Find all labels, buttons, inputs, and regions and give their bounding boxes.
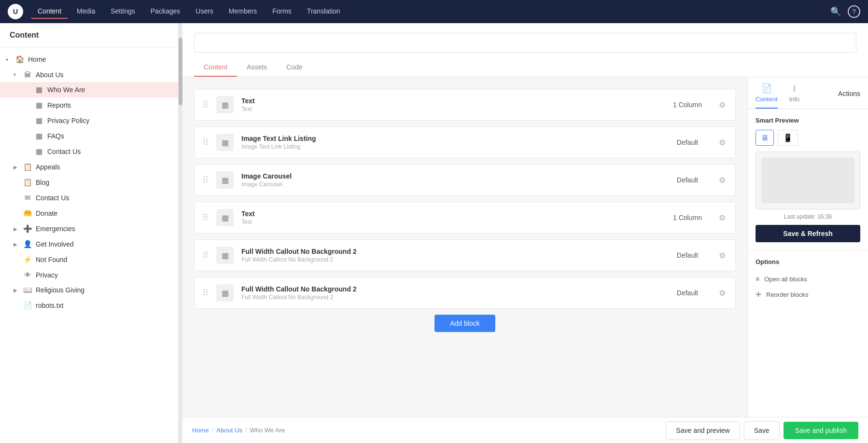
logo[interactable]: U xyxy=(8,4,23,19)
nav-item-forms[interactable]: Forms xyxy=(266,4,298,19)
drag-handle-block-3[interactable]: ⠿ xyxy=(202,175,209,185)
block-layout-block-6: Default xyxy=(666,289,709,297)
sidebar-item-donate[interactable]: 🤲Donate xyxy=(0,206,178,221)
tab-info[interactable]: i Info xyxy=(789,83,800,109)
preview-inner xyxy=(761,158,855,203)
block-icon-block-5: ▦ xyxy=(216,247,234,264)
help-icon[interactable]: ? xyxy=(848,5,860,18)
breadcrumb-home[interactable]: Home xyxy=(192,427,209,434)
drag-handle-block-5[interactable]: ⠿ xyxy=(202,250,209,261)
block-gear-block-6[interactable]: ⚙ xyxy=(717,287,728,300)
nav-item-media[interactable]: Media xyxy=(70,4,102,19)
save-preview-button[interactable]: Save and preview xyxy=(666,421,740,440)
desktop-device-btn[interactable]: 🖥 xyxy=(756,130,774,146)
drag-handle-block-1[interactable]: ⠿ xyxy=(202,99,209,110)
save-button[interactable]: Save xyxy=(744,421,780,440)
icon-donate: 🤲 xyxy=(23,209,32,218)
sidebar-tree: ▾🏠Home▾🏛About Us▦Who We Are▦Reports▦Priv… xyxy=(0,48,178,443)
block-subname-block-1: Text xyxy=(241,106,658,112)
page-title-input[interactable]: Who We Are xyxy=(194,33,856,53)
block-info-block-6[interactable]: Full Width Callout No Background 2Full W… xyxy=(241,285,658,301)
tab-code[interactable]: Code xyxy=(277,58,312,77)
block-name-block-3: Image Carousel xyxy=(241,172,658,180)
block-gear-block-5[interactable]: ⚙ xyxy=(717,249,728,262)
option-reorder-blocks[interactable]: ✛Reorder blocks xyxy=(756,287,860,302)
label-privacy: Privacy xyxy=(36,271,170,279)
block-layout-block-1: 1 Column xyxy=(666,101,709,109)
sidebar-item-faqs[interactable]: ▦FAQs xyxy=(0,128,178,144)
options-section: Options ≡Open all blocks✛Reorder blocks xyxy=(748,250,868,310)
block-layout-block-4: 1 Column xyxy=(666,214,709,222)
block-info-block-3[interactable]: Image CarouselImage Carousel xyxy=(241,172,658,188)
nav-item-content[interactable]: Content xyxy=(31,4,68,19)
block-info-block-2[interactable]: Image Text Link ListingImage Text Link L… xyxy=(241,135,658,150)
breadcrumb-about-us[interactable]: About Us xyxy=(216,427,242,434)
arrow-religious-giving: ▶ xyxy=(14,288,19,293)
sidebar-item-contact-us[interactable]: ✉Contact Us xyxy=(0,190,178,206)
right-panel: 📄 Content i Info Actions Smart Preview 🖥… xyxy=(747,77,868,417)
drag-handle-block-4[interactable]: ⠿ xyxy=(202,212,209,223)
preview-box xyxy=(756,152,860,209)
block-info-block-1[interactable]: TextText xyxy=(241,97,658,112)
block-gear-block-3[interactable]: ⚙ xyxy=(717,174,728,187)
actions-button[interactable]: Actions xyxy=(838,90,860,102)
sidebar-item-who-we-are[interactable]: ▦Who We Are xyxy=(0,82,178,97)
options-label: Options xyxy=(756,258,860,265)
block-icon-block-2: ▦ xyxy=(216,134,234,151)
nav-item-settings[interactable]: Settings xyxy=(104,4,142,19)
sidebar-item-religious-giving[interactable]: ▶📖Religious Giving xyxy=(0,282,178,298)
icon-privacy-policy: ▦ xyxy=(35,116,43,125)
icon-appeals: 📋 xyxy=(23,163,32,171)
label-contact-us: Contact Us xyxy=(36,194,170,202)
block-gear-block-1[interactable]: ⚙ xyxy=(717,98,728,111)
sidebar-item-reports[interactable]: ▦Reports xyxy=(0,97,178,113)
tab-content[interactable]: 📄 Content xyxy=(756,83,778,109)
sidebar-item-appeals[interactable]: ▶📋Appeals xyxy=(0,159,178,175)
nav-item-packages[interactable]: Packages xyxy=(144,4,187,19)
search-icon[interactable]: 🔍 xyxy=(826,3,846,20)
block-name-block-5: Full Width Callout No Background 2 xyxy=(241,248,658,255)
block-layout-block-2: Default xyxy=(666,138,709,146)
drag-handle-block-2[interactable]: ⠿ xyxy=(202,137,209,148)
mobile-device-btn[interactable]: 📱 xyxy=(778,130,798,146)
label-contact-us-about: Contact Us xyxy=(47,148,170,155)
sidebar-item-emergencies[interactable]: ▶➕Emergencies xyxy=(0,221,178,236)
tab-content[interactable]: Content xyxy=(194,58,237,77)
nav-item-users[interactable]: Users xyxy=(189,4,220,19)
sidebar-item-privacy-policy[interactable]: ▦Privacy Policy xyxy=(0,113,178,128)
blocks-area: ⠿▦TextText1 Column⚙⠿▦Image Text Link Lis… xyxy=(182,77,747,417)
block-row-block-4: ⠿▦TextText1 Column⚙ xyxy=(194,202,736,234)
sidebar-item-not-found[interactable]: ⚡Not Found xyxy=(0,252,178,267)
add-block-button[interactable]: Add block xyxy=(434,315,495,332)
tab-assets[interactable]: Assets xyxy=(237,58,277,77)
option-open-all-blocks[interactable]: ≡Open all blocks xyxy=(756,271,860,287)
nav-item-translation[interactable]: Translation xyxy=(300,4,347,19)
block-info-block-5[interactable]: Full Width Callout No Background 2Full W… xyxy=(241,248,658,263)
sidebar-item-contact-us-about[interactable]: ▦Contact Us xyxy=(0,144,178,159)
block-gear-block-4[interactable]: ⚙ xyxy=(717,211,728,224)
sidebar-item-home[interactable]: ▾🏠Home xyxy=(0,52,178,67)
block-icon-block-6: ▦ xyxy=(216,284,234,302)
sidebar-item-about-us[interactable]: ▾🏛About Us xyxy=(0,67,178,82)
sidebar-item-blog[interactable]: 📋Blog xyxy=(0,175,178,190)
icon-contact-us-about: ▦ xyxy=(35,147,43,156)
save-publish-button[interactable]: Save and publish xyxy=(784,422,858,439)
label-who-we-are: Who We Are xyxy=(47,86,170,94)
save-refresh-button[interactable]: Save & Refresh xyxy=(756,225,860,242)
block-subname-block-4: Text xyxy=(241,219,658,225)
block-info-block-4[interactable]: TextText xyxy=(241,210,658,225)
label-religious-giving: Religious Giving xyxy=(36,286,170,294)
drag-handle-block-6[interactable]: ⠿ xyxy=(202,288,209,298)
main-layout: Content ▾🏠Home▾🏛About Us▦Who We Are▦Repo… xyxy=(0,23,868,443)
sidebar-item-get-involved[interactable]: ▶👤Get Involved xyxy=(0,236,178,252)
icon-who-we-are: ▦ xyxy=(35,85,43,94)
block-gear-block-2[interactable]: ⚙ xyxy=(717,136,728,149)
sidebar-scrollbar[interactable] xyxy=(179,23,182,443)
breadcrumb-current: Who We Are xyxy=(250,427,285,434)
icon-faqs: ▦ xyxy=(35,132,43,140)
nav-item-members[interactable]: Members xyxy=(222,4,264,19)
icon-home: 🏠 xyxy=(15,55,24,64)
option-label-open-all-blocks: Open all blocks xyxy=(764,276,807,283)
sidebar-item-robots[interactable]: 📄robots.txt xyxy=(0,298,178,313)
sidebar-item-privacy[interactable]: 👁Privacy xyxy=(0,267,178,282)
